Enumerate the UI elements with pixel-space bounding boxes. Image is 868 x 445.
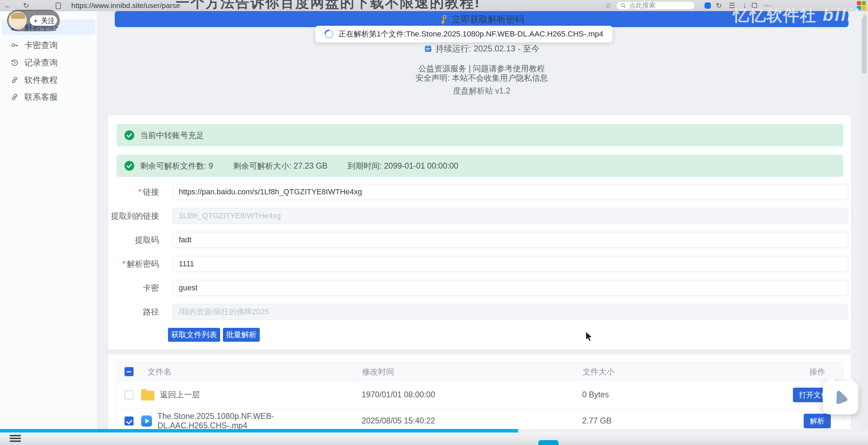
row-checkbox[interactable] [124,416,134,426]
address-bar[interactable]: https://www.innibd.site/user/parse [71,0,180,11]
key-icon [438,13,449,25]
card-key-input[interactable] [172,280,848,296]
site-version: 度盘解析站 v1.2 [115,86,849,96]
uploader-overlay: ＋ 关注 [7,10,60,31]
player-control-peek [538,440,558,445]
success-check-icon [124,161,135,171]
quota-expiry: 到期时间: 2099-01-01 00:00:00 [348,161,458,171]
form-row-link: *链接 [108,184,850,200]
banner-label: 立即获取解析密码 [452,13,524,25]
video-frame-root: ← ↻ https://www.innibd.site/user/parse ☆… [0,0,868,445]
toast-message: 正在解析第1个文件:The.Stone.2025.1080p.NF.WEB-DL… [338,29,603,39]
field-label: *解析密码 [108,256,159,272]
channel-watermark: 忆忆软件社bilib [733,5,866,26]
batch-parse-button[interactable]: 批量解析 [223,328,260,342]
page-info-icon[interactable] [56,2,61,9]
column-header-mtime: 修改时间 [355,362,576,381]
runtime-line: 持续运行: 2025.02.13 - 至今 [115,43,849,54]
success-check-icon [124,130,135,140]
miniplayer-widget[interactable] [823,381,858,414]
required-asterisk: * [122,259,126,268]
form-row-parse-password: *解析密码 [108,256,850,272]
alert-text: 当前中转账号充足 [140,130,204,141]
follow-label: ＋ 关注 [32,16,55,25]
row-checkbox[interactable] [124,390,134,399]
column-header-size: 文件大小 [576,362,791,381]
video-file-icon [141,415,152,427]
follow-button[interactable]: ＋ 关注 [30,15,57,26]
calendar-icon [424,44,432,53]
path-input [172,304,848,320]
column-header-action: 操作 [791,366,843,377]
sidebar-item-label: 记录查询 [24,57,58,68]
field-label: 卡密 [108,280,159,296]
required-asterisk: * [138,187,142,196]
extracted-link-input [172,208,848,224]
file-mtime: 1970/01/01 08:00:00 [355,390,576,399]
parse-file-button[interactable]: 解析 [804,414,831,428]
bilibili-logo-watermark: bilib [823,5,866,25]
video-title-watermark: 一个方法告诉你百度网盘的下载不限速的教程! [176,0,480,12]
sidebar-item-label: 卡密查询 [24,40,58,51]
field-label: 提取码 [108,232,159,248]
video-seekbar[interactable] [0,429,868,432]
parse-password-input[interactable] [172,256,848,272]
menu-icon[interactable] [10,435,21,443]
select-all-checkbox[interactable] [124,367,134,376]
get-file-list-button[interactable]: 获取文件列表 [168,328,220,342]
column-header-filename: 文件名 [141,362,355,381]
loading-spinner-icon [323,28,336,41]
avatar[interactable] [9,11,27,30]
quota-size: 剩余可解析大小: 27.23 GB [233,161,328,171]
file-name[interactable]: The.Stone.2025.1080p.NF.WEB-DL.AAC.H265.… [158,412,355,430]
browser-scrollbar[interactable] [860,11,868,429]
field-label: 提取到的链接 [108,208,159,224]
link-icon [10,93,19,101]
search-icon [620,2,626,9]
link-input[interactable] [172,184,848,200]
history-icon [10,58,19,67]
browser-search-box[interactable]: 点此搜索 [616,1,695,10]
table-header-row: 文件名 修改时间 文件大小 操作 [117,362,843,381]
field-label: 路径 [108,304,159,320]
table-row-parent-folder[interactable]: 返回上一层 1970/01/01 08:00:00 0 Bytes 打开文件夹 [117,381,843,408]
account-alert: 当前中转账号充足 [116,124,843,146]
parsing-toast: 正在解析第1个文件:The.Stone.2025.1080p.NF.WEB-DL… [315,26,612,42]
mouse-cursor [584,331,594,344]
file-table: 文件名 修改时间 文件大小 操作 返回上一层 1970/01/01 08:00:… [116,362,843,434]
sidebar-item-card-query[interactable]: 卡密查询 [2,38,95,53]
form-row-extracted-link: 提取到的链接 [108,208,850,224]
sidebar-item-record-query[interactable]: 记录查询 [2,55,95,70]
key-icon [10,41,19,49]
runtime-text: 持续运行: 2025.02.13 - 至今 [436,43,540,54]
sidebar: 解析中心 卡密查询 记录查询 软件教程 联系客服 [0,11,97,430]
quota-files: 剩余可解析文件数: 9 [140,161,213,171]
sidebar-item-software-tutorial[interactable]: 软件教程 [2,72,95,88]
quota-alert: 剩余可解析文件数: 9 剩余可解析大小: 27.23 GB 到期时间: 2099… [116,155,843,177]
profile-badge-icon[interactable] [705,2,711,9]
field-label: *链接 [108,184,159,200]
file-size: 2.77 GB [576,416,791,426]
form-row-path: 路径 [108,304,850,320]
security-line: 安全声明: 本站不会收集用户隐私信息 [115,73,849,83]
sync-icon[interactable]: ↻ [714,0,724,11]
form-row-card-key: 卡密 [108,280,850,296]
play-icon [831,389,850,407]
back-icon[interactable]: ← [3,0,13,11]
seekbar-progress [0,429,518,432]
file-mtime: 2025/08/05 15:40:22 [355,416,576,426]
file-name[interactable]: 返回上一层 [160,389,200,400]
player-bottom-bar [0,432,868,445]
search-placeholder: 点此搜索 [629,1,656,10]
sidebar-item-label: 联系客服 [24,91,58,103]
form-row-extract-code: 提取码 [108,232,850,248]
folder-icon [141,391,154,400]
sidebar-item-label: 软件教程 [24,74,58,86]
parse-form-card: 当前中转账号充足 剩余可解析文件数: 9 剩余可解析大小: 27.23 GB 到… [108,115,851,350]
extract-code-input[interactable] [172,232,848,248]
link-icon [10,76,19,84]
bookmark-star-icon[interactable]: ☆ [603,0,613,11]
channel-name: 忆忆软件社 [733,6,817,24]
sidebar-item-contact-support[interactable]: 联系客服 [2,89,95,105]
file-size: 0 Bytes [576,390,791,399]
